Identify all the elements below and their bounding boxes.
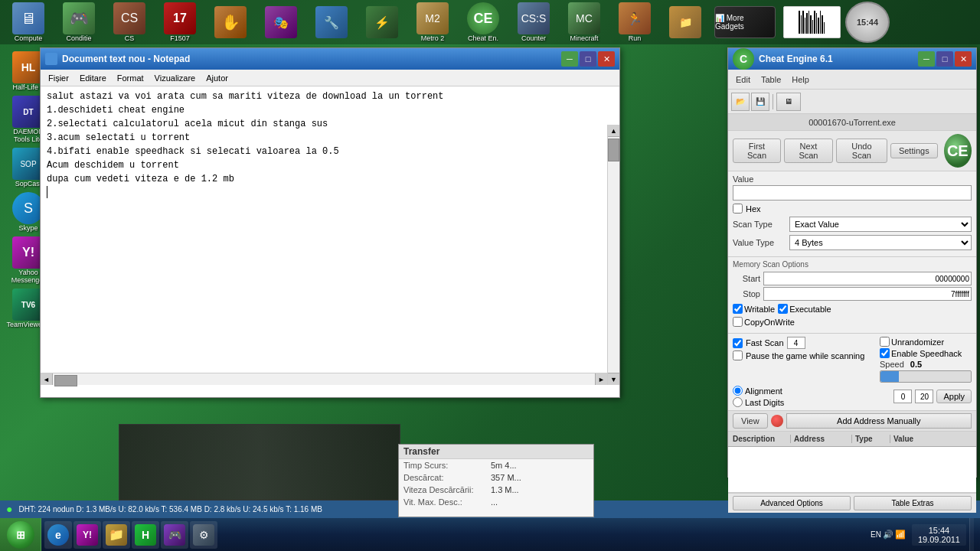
desktop-icon-counter[interactable]: CS:S Counter (510, 2, 557, 42)
ce-toolbar-save[interactable]: 💾 (751, 93, 769, 111)
hex-checkbox[interactable] (733, 204, 743, 214)
desktop-icon-archive[interactable]: 📁 (662, 6, 709, 38)
ce-logo-icon: C (733, 48, 754, 70)
ce-menu-edit[interactable]: Edit (731, 73, 755, 86)
apply-min-input[interactable] (893, 390, 912, 403)
speed-slider[interactable] (880, 370, 972, 383)
menu-ajutor[interactable]: Ajutor (201, 72, 233, 84)
taskbar-ie[interactable]: e (44, 521, 72, 549)
scan-type-dropdown[interactable]: Exact Value (789, 217, 972, 232)
cheat-engine-window: C Cheat Engine 6.1 ─ □ ✕ Edit Table Help… (727, 47, 977, 478)
apply-max-input[interactable] (915, 390, 933, 403)
notepad-line-2: 1.deschideti cheat engine (47, 103, 601, 117)
show-desktop-button[interactable] (969, 518, 974, 552)
menu-editare[interactable]: Editare (75, 72, 111, 84)
notepad-line-7: dupa cum vedeti viteza e de 1.2 mb (47, 172, 601, 186)
ce-toolbar-process[interactable]: 🖥 (776, 93, 801, 111)
statusbar-text: DHT: 224 nodun D: 1.3 MB/s U: 82.0 kb/s … (18, 505, 322, 514)
desktop-icon-gadgets[interactable]: 📊 More Gadgets (712, 6, 778, 38)
desktop-icon-computer[interactable]: 🖥 Compute (5, 2, 52, 42)
taskbar-yahoo[interactable]: Y! (74, 521, 101, 549)
add-address-button[interactable]: Add Address Manually (786, 413, 972, 429)
next-scan-button[interactable]: Next Scan (784, 139, 833, 163)
desktop-icon-metro[interactable]: M2 Metro 2 (409, 2, 456, 42)
notepad-line-5: 4.bifati enable speedhack si selecati va… (47, 145, 601, 158)
notepad-cursor-line[interactable] (47, 186, 47, 198)
fast-scan-input[interactable] (787, 337, 805, 349)
notepad-content[interactable]: salut astazi va voi arata cum sa mariti … (41, 86, 607, 359)
settings-button[interactable]: Settings (890, 143, 938, 158)
unrandomizer-label: Unrandomizer (891, 337, 944, 347)
start-label: Start (733, 274, 760, 283)
fast-scan-checkbox[interactable] (733, 338, 743, 348)
taskbar-hijack[interactable]: H (132, 521, 159, 549)
notepad-titlebar[interactable]: Document text nou - Notepad ─ □ ✕ (41, 48, 619, 70)
ce-close-button[interactable]: ✕ (955, 51, 972, 67)
stop-input[interactable] (763, 287, 972, 301)
icon-label: Compute (15, 34, 43, 42)
desktop-icon-cs[interactable]: CS CS (106, 2, 153, 42)
value-type-dropdown[interactable]: 4 Bytes (789, 235, 972, 250)
transfer-row-1: Timp Scurs: 5m 4... (399, 459, 593, 471)
clock-time: 15:44 (918, 526, 960, 535)
writable-checkbox[interactable] (733, 304, 743, 314)
taskbar: ⊞ e Y! 📁 H 🎮 ⚙ (0, 517, 980, 551)
desktop-icon-cheat[interactable]: CE Cheat En. (459, 2, 507, 42)
address-list-body (728, 447, 976, 493)
desktop-icon-6[interactable]: 🎭 (257, 6, 305, 38)
maximize-button[interactable]: □ (580, 51, 596, 67)
menu-fisier[interactable]: Fișier (44, 72, 74, 84)
desktop-icon-run[interactable]: 🏃 Run (611, 2, 658, 42)
executable-checkbox-container: Executable (778, 304, 831, 314)
taskbar-folder[interactable]: 📁 (103, 521, 130, 549)
taskbar-game[interactable]: 🎮 (161, 521, 188, 549)
ce-titlebar[interactable]: C Cheat Engine 6.1 ─ □ ✕ (728, 48, 976, 70)
menu-format[interactable]: Format (113, 72, 149, 84)
desktop-icon-7[interactable]: 🔧 (308, 6, 355, 38)
desktop-icon-17[interactable]: 17 F1507 (156, 2, 204, 42)
apply-button[interactable]: Apply (936, 390, 972, 403)
last-digits-radio[interactable] (733, 397, 743, 407)
ce-menubar: Edit Table Help (728, 70, 976, 90)
close-button[interactable]: ✕ (598, 51, 615, 67)
advanced-options-button[interactable]: Advanced Options (733, 496, 851, 510)
start-input[interactable] (763, 272, 972, 285)
first-scan-button[interactable]: First Scan (733, 139, 781, 163)
copyonwrite-checkbox[interactable] (733, 317, 743, 327)
ce-menu-table[interactable]: Table (756, 73, 786, 86)
notepad-scrollbar[interactable]: ▲ ▼ (607, 125, 619, 385)
copyonwrite-checkbox-container: CopyOnWrite (733, 317, 795, 327)
taskbar-settings[interactable]: ⚙ (190, 521, 217, 549)
speed-label: Speed (880, 360, 904, 369)
value-input[interactable] (733, 185, 972, 201)
ce-toolbar-open[interactable]: 📂 (731, 93, 750, 111)
ce-minimize-button[interactable]: ─ (918, 51, 935, 67)
copyonwrite-label: CopyOnWrite (744, 318, 795, 327)
clock-display[interactable]: 15:44 19.09.2011 (912, 524, 966, 546)
executable-checkbox[interactable] (778, 304, 788, 314)
taskbar-items: e Y! 📁 H 🎮 ⚙ (41, 521, 861, 549)
table-extras-button[interactable]: Table Extras (854, 496, 972, 510)
notepad-line-3: 2.selectati calculatorul acela micut din… (47, 117, 601, 131)
undo-scan-button[interactable]: Undo Scan (836, 139, 887, 163)
pause-scan-checkbox[interactable] (733, 350, 743, 360)
ce-maximize-button[interactable]: □ (936, 51, 953, 67)
notepad-line-6: Acum deschidem u torrent (47, 158, 601, 172)
ce-menu-help[interactable]: Help (787, 73, 814, 86)
desktop-icon-8[interactable]: ⚡ (358, 6, 406, 38)
desktop-icon-conditie[interactable]: 🎮 Conditie (55, 2, 103, 42)
minimize-button[interactable]: ─ (561, 51, 578, 67)
menu-vizualizare[interactable]: Vizualizare (150, 72, 201, 84)
desktop-icon-5[interactable]: ✋ (207, 6, 254, 38)
desktop-icon-minecraft[interactable]: MC Minecraft (560, 2, 608, 42)
view-button[interactable]: View (733, 413, 768, 429)
speedhack-checkbox[interactable] (880, 348, 890, 358)
transfer-value-4: ... (491, 497, 498, 507)
notepad-hscrollbar[interactable]: ◄ ► (41, 373, 607, 385)
icon-label: Minecraft (570, 34, 598, 42)
unrandomizer-checkbox[interactable] (880, 337, 890, 347)
start-button[interactable]: ⊞ (0, 518, 41, 552)
alignment-radio[interactable] (733, 386, 743, 396)
col-description: Description (730, 435, 791, 443)
last-digits-label: Last Digits (745, 398, 784, 407)
